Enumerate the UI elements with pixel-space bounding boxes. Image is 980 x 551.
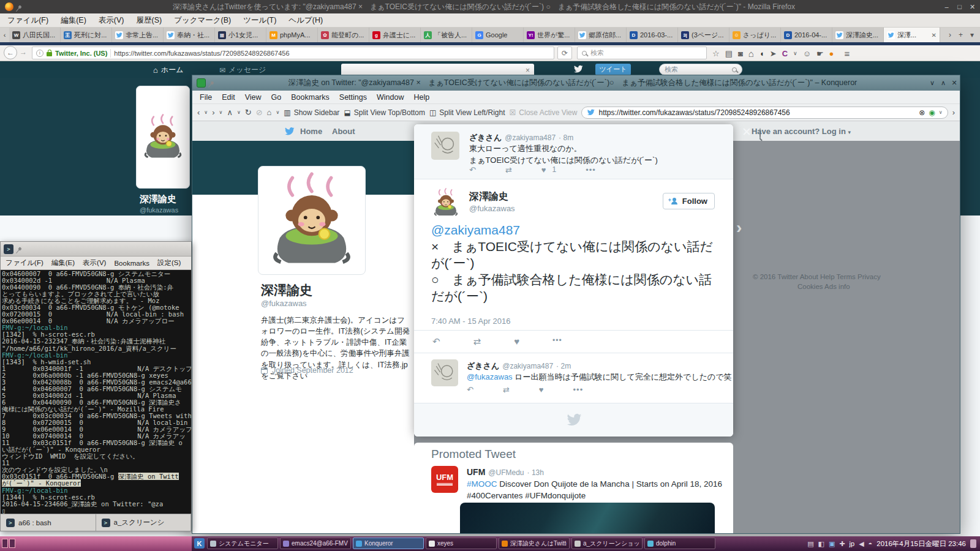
modal-close-icon[interactable]: ✕ [742,125,752,139]
like-icon[interactable]: ♥ [514,336,519,347]
hamburger-menu-icon[interactable]: ≡ [844,48,850,59]
terminal-menu-0[interactable]: ファイル(F) [6,258,43,268]
browser-tab-7[interactable]: g弁護士に... [369,28,421,42]
mention-link[interactable]: @fukazawas [467,372,513,381]
browser-tab-14[interactable]: ☺さっぱり... [729,28,781,42]
taskbar-item-6[interactable]: dolphin [644,538,715,549]
taskbar-clock[interactable]: 2016年4月15日金曜日 23:46 [876,539,966,549]
addon-caret-icon[interactable]: ∨ [793,50,797,56]
browser-tab-9[interactable]: GGoogle [472,28,524,42]
browser-tab-16[interactable]: 深澤諭史... [832,28,884,42]
taskbar-item-5[interactable]: a_スクリーンショット: h-scr [571,538,643,549]
tab-scroll-right-icon[interactable]: › [949,31,951,39]
reply-icon[interactable]: ↶ [432,336,440,347]
fox-addon-icon[interactable]: ● [829,49,834,58]
firefox-menu-1[interactable]: 編集(E) [61,15,86,26]
firefox-menu-6[interactable]: ヘルプ(H) [288,15,323,26]
browser-tab-3[interactable]: 奉納・社... [164,28,215,42]
profile-avatar[interactable] [258,166,366,275]
more-icon[interactable]: ••• [586,165,596,174]
terminal-menu-2[interactable]: 表示(V) [83,258,106,268]
maximize-icon[interactable]: ∧ [938,79,949,87]
footer-links-line1[interactable]: © 2016 Twitter About Help Terms Privacy [753,273,881,280]
tweet-author-name[interactable]: ざきさん [467,361,499,372]
send-addon-icon[interactable]: ➤ [770,49,777,58]
split-left-right-button[interactable]: ◫ Split View Left/Right [429,108,505,117]
more-icon[interactable]: ••• [573,385,584,394]
url-bar[interactable]: i Twitter, Inc. (US) https://twitter.com… [32,47,554,59]
twitter-bird-icon[interactable] [284,126,295,137]
promoted-media-image[interactable] [460,503,715,533]
up-icon[interactable]: ∧ [227,108,233,117]
home-icon[interactable]: ⌂ [748,48,754,59]
browser-tab-15[interactable]: D2016-04-... [781,28,832,42]
browser-tab-10[interactable]: Y!世界が驚... [524,28,575,42]
terminal-tab-0[interactable]: >a66 : bash [1,514,96,531]
firefox-search-box[interactable]: 検索 [577,47,707,59]
avatar[interactable] [431,188,461,217]
taskbar-item-1[interactable]: emacs24@a66-FMVD50GC [280,538,351,549]
retweet-icon[interactable]: ⇄ [473,336,481,347]
nav-about-link[interactable]: About [332,127,355,136]
terminal-menu-1[interactable]: 編集(E) [51,258,75,268]
firefox-titlebar[interactable]: 深澤諭史さんはTwitterを使っています: "@zakiyama487 × ま… [0,0,980,13]
forward-icon[interactable]: › [212,108,214,117]
browser-tab-4[interactable]: ▦小1女児... [215,28,266,42]
battery-tray-icon[interactable]: ◓ [869,540,873,547]
browser-tab-6[interactable]: ✿能登町の... [318,28,369,42]
reply-icon[interactable]: ↶ [467,385,473,394]
browser-tab-1[interactable]: 王死刑に対... [61,28,112,42]
terminal-menu-3[interactable]: Bookmarks [114,260,149,267]
new-tab-icon[interactable]: + [959,31,963,39]
maximize-icon[interactable]: □ [954,3,965,10]
terminal-tab-1[interactable]: >a_スクリーンシ [96,514,192,531]
up-caret-icon[interactable]: ∨ [237,110,241,115]
terminal-titlebar[interactable]: > [1,242,191,257]
more-icon[interactable]: ••• [552,336,562,347]
ufm-logo[interactable]: UFM [431,466,458,493]
purple-addon-icon[interactable]: C [782,49,788,58]
hashtag-link[interactable]: #MOOC [467,479,497,489]
modal-search-icon[interactable] [760,129,761,140]
volume-tray-icon[interactable]: ◀ [859,540,864,548]
terminal-menu-4[interactable]: 設定(S) [157,258,181,268]
parent-tweet[interactable]: ざきさん @zakiyama487 · 8m 東大ローって適性重視なのか。 まぁ… [414,124,733,179]
tweet-author-handle[interactable]: @zakiyama487 [505,133,556,142]
nav-home-item[interactable]: ⌂ ホーム [153,65,183,75]
konqueror-menu-view[interactable]: View [245,93,262,102]
network-tray-icon[interactable]: ▣ [829,540,835,548]
konqueror-titlebar[interactable]: 深澤諭史 on Twitter: "@zakiyama487 × まぁTOEIC… [192,75,960,91]
security-shield-icon[interactable]: ◉ [929,108,935,117]
taskbar-item-2[interactable]: Konqueror [353,538,424,549]
taskbar-item-3[interactable]: xeyes [426,538,497,549]
browser-tab-12[interactable]: D2016-03-... [627,28,678,42]
forward-caret-icon[interactable]: ∨ [219,110,223,115]
avatar[interactable] [431,132,459,160]
tweet-button[interactable]: ツイート [595,64,631,75]
taskbar-item-0[interactable]: システムモニター [207,538,278,549]
owl-addon-icon[interactable]: ◖ [760,49,764,58]
minimize-icon[interactable]: ∨ [927,79,938,87]
like-icon[interactable]: ♥ [539,385,544,394]
home-caret-icon[interactable]: ∨ [276,110,279,115]
tab-list-icon[interactable]: ▾ [970,31,974,39]
back-caret-icon[interactable]: ∨ [204,110,208,115]
firefox-menu-3[interactable]: 履歴(S) [136,15,162,26]
browser-tab-11[interactable]: 郷原信郎... [575,28,627,42]
profile-name-ff[interactable]: 深澤諭史 [140,193,176,205]
reload-button[interactable]: ⟳ [557,47,572,59]
konqueror-menu-help[interactable]: Help [413,93,429,102]
login-link[interactable]: Have an account? Log in ▾ [752,127,851,136]
tweet-author-name[interactable]: ざきさん [469,132,502,143]
firefox-menu-0[interactable]: ファイル(F) [7,15,48,26]
clear-icon[interactable]: × [526,66,530,75]
konqueror-menu-file[interactable]: File [200,93,212,102]
browser-tab-2[interactable]: 非常上告... [112,28,164,42]
konqueror-menu-window[interactable]: Window [377,93,404,102]
close-icon[interactable]: ✕ [967,3,978,11]
toolbar-overflow-icon[interactable]: › [952,108,955,117]
konqueror-menu-bookmarks[interactable]: Bookmarks [291,93,330,102]
panel-expander[interactable] [970,539,976,548]
tweet-author-handle[interactable]: @zakiyama487 [502,362,553,370]
reply-tweet[interactable]: ざきさん @zakiyama487 · 2m @fukazawas ロー出願当時… [414,353,733,403]
